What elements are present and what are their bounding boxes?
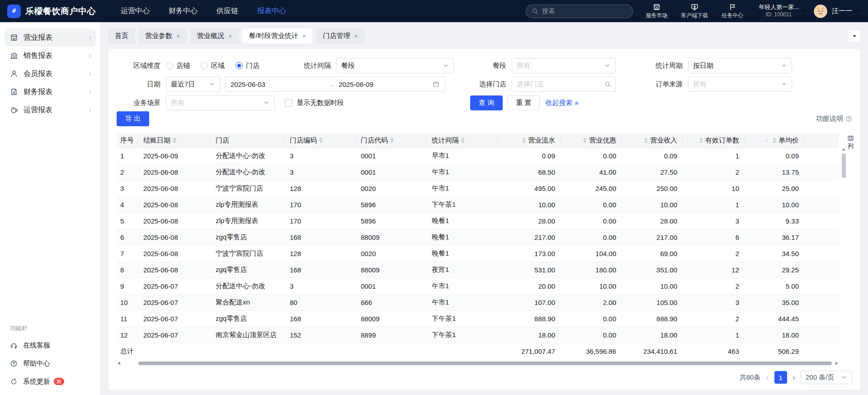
date-range-input[interactable]: 2025-06-03 → 2025-06-09 [225,76,445,92]
sidebar-item[interactable]: 会员报表› [5,65,96,83]
horizontal-scrollbar-thumb[interactable] [138,362,832,365]
cell-store_code: 5896 [355,213,426,229]
scroll-right-arrow-icon[interactable] [835,362,838,365]
cell-interval: 午市1 [426,278,498,294]
scene-select[interactable]: 所有 [166,95,274,110]
radio-option[interactable]: 店铺 [166,62,190,70]
sidebar-item[interactable]: 销售报表› [5,47,96,65]
tab-item[interactable]: 营业概况× [191,29,239,43]
sort-icon[interactable] [461,138,465,143]
search-input[interactable]: 搜索 [526,5,633,18]
prev-page-button[interactable]: ‹ [766,372,769,382]
radio-option[interactable]: 门店 [236,62,259,70]
sort-icon[interactable] [319,138,323,143]
next-page-button[interactable]: › [793,372,795,382]
close-icon[interactable]: × [228,33,232,39]
sort-icon[interactable] [773,138,776,143]
col-header-store_no[interactable]: 门店编码 [284,133,355,148]
cell-avg: 36.17 [745,229,804,245]
page-size-select[interactable]: 200 条/页 [801,371,852,384]
col-header-orders[interactable]: 有效订单数 [683,133,745,148]
sidebar-footer-item[interactable]: 在线客服 [5,336,96,354]
show-empty-checkbox[interactable] [285,99,292,107]
user-name[interactable]: 汪一一 [832,7,852,15]
scroll-more-left-icon[interactable]: ‹ [765,136,768,144]
interval-select[interactable]: 餐段 [336,58,454,73]
col-header-discount[interactable]: 营业优惠 [561,133,622,148]
search-icon [532,8,538,14]
vertical-scrollbar[interactable] [842,148,846,366]
vertical-scrollbar-thumb[interactable] [842,153,846,178]
sort-icon[interactable] [390,138,394,143]
chevron-down-icon[interactable] [855,8,861,14]
close-icon[interactable]: × [302,33,307,39]
tab-item[interactable]: 首页 [108,29,135,43]
export-button[interactable]: 导 出 [117,111,149,126]
sidebar-item[interactable]: 财务报表› [5,83,96,101]
sidebar-footer-item[interactable]: 帮助中心 [5,354,96,372]
col-header-income[interactable]: 营业收入 [622,133,683,148]
sidebar-footer-item[interactable]: 系统更新新 [5,372,96,390]
reset-button[interactable]: 重 置 [507,95,540,110]
sidebar-section-label: 功能栏 [5,324,96,333]
date-preset-select[interactable]: 最近7日 [166,76,220,92]
tab-item[interactable]: 餐/时段营业统计× [243,29,313,43]
column-label: 门店代码 [361,136,388,144]
col-header-flow[interactable]: 营业流水 [498,133,561,148]
end-date-value[interactable]: 2025-06-09 [339,81,433,88]
top-nav-item[interactable]: 财务中心 [169,6,198,16]
start-date-value[interactable]: 2025-06-03 [231,81,325,88]
chevron-down-icon [781,81,787,87]
cell-interval: 晚餐1 [426,213,498,229]
col-header-avg[interactable]: ‹单均价 [745,133,804,148]
order-source-select[interactable]: 所有 [688,76,792,92]
cell-store: 南京紫金山顶景区店 [210,327,284,343]
filter-label: 业务场景 [115,99,160,107]
scroll-left-arrow-icon[interactable] [118,362,120,365]
sort-icon[interactable] [699,138,703,143]
table-row: 52025-06-08zlp专用测报表1705896晚餐128.000.0028… [117,213,839,229]
radio-option[interactable]: 区域 [201,62,225,70]
sidebar-item[interactable]: 运营报表› [5,101,96,119]
avatar[interactable] [814,5,827,18]
scroll-up-arrow-icon[interactable] [842,148,845,151]
horizontal-scrollbar[interactable] [117,361,839,366]
chevron-down-icon [841,374,847,381]
sort-icon[interactable] [173,138,176,143]
column-settings-button[interactable]: 列 [847,135,854,150]
cell-date: 2025-06-07 [138,278,210,294]
cell-store: 分配送中心-勿改 [210,164,284,180]
period-select[interactable]: 按日期 [688,58,792,73]
col-header-interval[interactable]: 统计间隔 [426,133,498,148]
top-nav-item[interactable]: 供应链 [217,6,238,16]
store-search-input[interactable]: 选择门店 [512,76,616,92]
cell-flow: 888.90 [498,310,561,327]
topbar-action[interactable]: 任务中心 [722,3,743,19]
col-header-date[interactable]: 结账日期 [138,133,210,148]
topbar: 乐檬餐饮商户中心 运营中心财务中心供应链报表中心 搜索 服务市场客户端下载任务中… [0,0,868,22]
sort-icon[interactable] [644,138,648,143]
meal-select[interactable]: 所有 [512,58,616,73]
sort-icon[interactable] [522,138,526,143]
chevron-down-icon[interactable] [802,8,807,14]
tabs-dropdown-button[interactable] [849,30,860,42]
tab-item[interactable]: 营业参数× [139,29,187,43]
sidebar-item[interactable]: 营业报表› [5,29,96,47]
tab-item[interactable]: 门店管理× [316,29,364,43]
help-link[interactable]: 功能说明 [816,114,852,123]
topbar-action[interactable]: 服务市场 [646,3,667,19]
current-page-button[interactable]: 1 [774,371,787,384]
col-header-store: 门店 [210,133,284,148]
top-nav-item[interactable]: 报表中心 [257,6,286,16]
collapse-search-link[interactable]: 收起搜索 [545,99,580,107]
topbar-action[interactable]: 客户端下载 [681,3,708,19]
cell-avg: 18.00 [745,327,804,343]
close-icon[interactable]: × [354,33,358,39]
close-icon[interactable]: × [176,33,180,39]
cell-flow: 173.00 [498,245,561,262]
query-button[interactable]: 查 询 [470,95,503,110]
sort-icon[interactable] [583,138,587,143]
top-nav-item[interactable]: 运营中心 [121,6,150,16]
col-header-store_code[interactable]: 门店代码 [355,133,426,148]
store-selector[interactable]: 年轻人第一家... ID: 100011 [759,4,799,18]
